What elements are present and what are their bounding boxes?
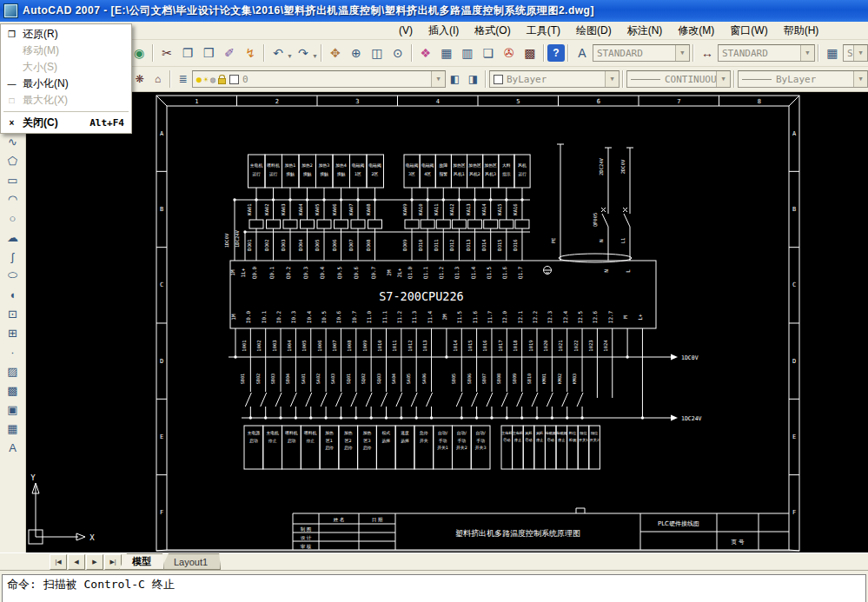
svg-text:DO05: DO05: [315, 239, 320, 250]
arc-icon[interactable]: ◠: [3, 189, 23, 208]
svg-text:1011: 1011: [392, 340, 397, 351]
designcenter-icon[interactable]: ▦: [436, 43, 457, 63]
redo-icon[interactable]: ↷: [293, 43, 314, 63]
zoom-window-icon[interactable]: ◫: [367, 43, 388, 63]
lineweight-combo-arrow-icon[interactable]: ▼: [853, 71, 867, 87]
polyline-icon[interactable]: ∿: [3, 132, 23, 151]
properties-palette-icon[interactable]: ❖: [415, 43, 436, 63]
spline-icon[interactable]: ʃ: [3, 247, 23, 266]
svg-text:KA12: KA12: [449, 203, 454, 215]
markup-set-icon[interactable]: ✇: [499, 43, 520, 63]
layer-combo-arrow-icon[interactable]: ▼: [431, 71, 445, 87]
menu-item-8[interactable]: 帮助(H): [776, 22, 827, 40]
cut-icon[interactable]: ✂: [156, 43, 177, 63]
pan-hand-icon[interactable]: ✥: [325, 43, 346, 63]
linetype-combo-arrow-icon[interactable]: ▼: [716, 71, 730, 87]
menu-item-6[interactable]: 修改(M): [670, 22, 722, 40]
command-line-text[interactable]: 命令: 扫描被 Control-C 终止: [2, 574, 866, 602]
layers-icon[interactable]: ≣: [174, 70, 192, 89]
table-icon[interactable]: ▦: [3, 419, 23, 438]
svg-text:C: C: [160, 281, 163, 288]
svg-text:1018: 1018: [513, 340, 518, 351]
zoom-realtime-icon[interactable]: ⊕: [346, 43, 367, 63]
next-tab-button[interactable]: ▶: [86, 554, 103, 570]
gradient-icon[interactable]: ▩: [3, 380, 23, 400]
hatch-icon[interactable]: ▨: [3, 361, 23, 380]
title-bar[interactable]: AutoCAD 2007 - [E:\公司文档\毕业设计论文集\2016\塑料挤…: [0, 0, 868, 22]
multiline-text-icon[interactable]: A: [3, 438, 23, 457]
circle-icon[interactable]: ○: [3, 208, 23, 228]
make-block-icon[interactable]: ⊞: [3, 323, 23, 342]
text-style-combo-arrow-icon[interactable]: ▼: [675, 45, 689, 61]
menu-item-2[interactable]: 格式(O): [467, 22, 518, 40]
region-icon[interactable]: ▣: [3, 400, 23, 419]
menu-item-5[interactable]: 标注(N): [620, 22, 671, 40]
sheet-set-icon[interactable]: ❏: [478, 43, 499, 63]
ellipse-icon[interactable]: ⬭: [3, 266, 23, 285]
menu-item-3[interactable]: 工具(T): [519, 22, 568, 40]
menu-item-0[interactable]: (V): [391, 23, 421, 38]
point-icon[interactable]: ∙: [3, 342, 23, 361]
table-style-combo[interactable]: Standard▼: [843, 44, 868, 62]
svg-text:DO01: DO01: [247, 239, 252, 250]
polygon-icon[interactable]: ⬠: [3, 151, 23, 170]
toolbar-separator: [733, 70, 735, 88]
svg-text:C: C: [792, 281, 796, 288]
dim-style-manager-icon[interactable]: ↔: [697, 43, 718, 63]
drawing-canvas[interactable]: 12345678AABBCCDDEEFFS7-200CPU2261M1L+Q0.…: [26, 92, 868, 552]
context-item-restore[interactable]: ❐还原(R): [1, 26, 131, 43]
prev-tab-button[interactable]: ◀: [68, 554, 85, 570]
toolbar-separator: [321, 44, 322, 62]
svg-text:2L+: 2L+: [396, 268, 402, 277]
undo-icon[interactable]: ↶: [268, 43, 288, 63]
rectangle-icon[interactable]: ▭: [3, 170, 23, 189]
context-item-close[interactable]: ×关闭(C)Alt+F4: [1, 115, 131, 131]
menu-item-1[interactable]: 插入(I): [421, 22, 467, 40]
quickcalc-icon[interactable]: ▩: [520, 43, 540, 63]
last-tab-button[interactable]: ▶|: [104, 554, 122, 570]
paste-icon[interactable]: ❒: [198, 43, 219, 63]
svg-text:SB07: SB07: [481, 374, 487, 385]
table-style-manager-icon[interactable]: ▦: [822, 43, 843, 63]
copy-icon[interactable]: ❐: [177, 43, 198, 63]
context-item-minimize[interactable]: —最小化(N): [1, 76, 131, 92]
tab-model[interactable]: 模型: [119, 553, 164, 570]
menu-item-4[interactable]: 绘图(D): [568, 22, 620, 40]
text-style-combo-value: STANDARD: [597, 48, 643, 59]
zoom-previous-icon[interactable]: ⊙: [388, 43, 408, 63]
draw-order-icon[interactable]: ↯: [240, 43, 261, 63]
context-item-2: 大小(S): [1, 59, 131, 76]
dim-style-combo-arrow-icon[interactable]: ▼: [800, 45, 814, 61]
lineweight-combo[interactable]: ByLayer▼: [738, 70, 868, 88]
revision-cloud-icon[interactable]: ☁: [3, 228, 23, 247]
layer-previous-icon[interactable]: ◧: [446, 70, 464, 89]
text-style-manager-icon[interactable]: A: [572, 43, 593, 63]
layer-combo[interactable]: ●☀◍0▼: [192, 70, 446, 88]
svg-text:急停开关: 急停开关: [419, 431, 428, 443]
first-tab-button[interactable]: |◀: [50, 554, 67, 570]
layer-house-icon[interactable]: ⌂: [149, 70, 167, 89]
svg-text:I1.6: I1.6: [472, 310, 478, 323]
svg-text:1008: 1008: [347, 340, 352, 351]
ellipse-arc-icon[interactable]: ◖: [3, 285, 23, 304]
table-style-combo-arrow-icon[interactable]: ▼: [853, 45, 867, 61]
svg-text:SB05: SB05: [451, 374, 456, 385]
text-style-combo[interactable]: STANDARD▼: [593, 44, 690, 62]
color-combo-arrow-icon[interactable]: ▼: [605, 71, 619, 87]
tool-palettes-icon[interactable]: ▥: [457, 43, 478, 63]
svg-text:L+: L+: [637, 314, 643, 321]
help-icon[interactable]: ?: [547, 44, 565, 62]
svg-text:I2.2: I2.2: [532, 310, 538, 323]
layer-states-icon[interactable]: ◨: [464, 70, 482, 89]
svg-text:Q1.6: Q1.6: [501, 266, 507, 279]
svg-text:Q0.4: Q0.4: [319, 266, 325, 279]
color-combo[interactable]: ByLayer▼: [489, 70, 620, 88]
dim-style-combo[interactable]: STANDARD▼: [718, 44, 815, 62]
insert-block-icon[interactable]: ⊡: [3, 304, 23, 323]
menu-item-7[interactable]: 窗口(W): [722, 22, 775, 40]
color-swatch: [494, 75, 503, 84]
layer-gear-icon[interactable]: ❋: [130, 70, 149, 89]
match-properties-icon[interactable]: ✐: [219, 43, 240, 63]
tab-layout1[interactable]: Layout1: [161, 553, 221, 570]
linetype-combo[interactable]: CONTINUOUS▼: [626, 70, 731, 88]
